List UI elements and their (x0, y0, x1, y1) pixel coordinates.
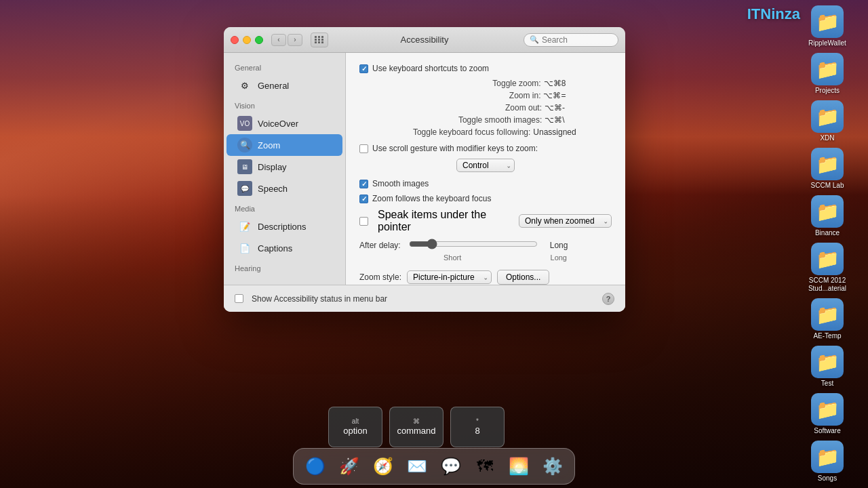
dock-item-system-prefs[interactable]: ⚙️ (538, 451, 568, 481)
zoom-style-row: Zoom style: Picture-in-picture Fullscree… (359, 270, 612, 285)
dock-item-launchpad[interactable]: 🚀 (334, 451, 364, 481)
desktop-icons: 📁 RippleWallet 📁 Projects 📁 XDN 📁 SCCM L… (800, 0, 854, 461)
projects-icon: 📁 (811, 53, 844, 85)
shortcut-toggle-zoom-value: ⌥⌘8 (544, 79, 566, 88)
test-icon: 📁 (811, 346, 844, 378)
sidebar-item-descriptions[interactable]: 📝 Descriptions (226, 216, 342, 237)
forward-button[interactable]: › (288, 34, 302, 46)
ripple-wallet-icon: 📁 (811, 5, 844, 38)
dock-item-mail[interactable]: ✉️ (402, 451, 432, 481)
help-button[interactable]: ? (602, 293, 614, 305)
speak-items-checkbox[interactable] (359, 217, 368, 226)
sidebar-item-general[interactable]: ⚙ General (226, 75, 342, 96)
sidebar-item-voiceover-label: VoiceOver (258, 119, 298, 129)
sidebar-item-zoom[interactable]: 🔍 Zoom (226, 134, 342, 156)
desktop-icon-test[interactable]: 📁 Test (800, 346, 854, 388)
search-input[interactable] (542, 35, 612, 45)
section-label-vision: Vision (224, 96, 345, 113)
content-area: Use keyboard shortcuts to zoom Toggle zo… (346, 53, 625, 312)
smooth-images-row: Smooth images (359, 179, 612, 188)
logo-ninja: Ninza (760, 5, 800, 22)
shortcut-toggle-zoom: Toggle zoom: ⌥⌘8 (359, 79, 612, 88)
speak-items-row: Speak items under the pointer Only when … (359, 209, 612, 233)
shortcut-zoom-out-label: Zoom out: (406, 103, 542, 113)
sidebar-item-general-label: General (258, 81, 289, 91)
scroll-modifier-select[interactable]: Control Option Command (456, 159, 515, 172)
back-button[interactable]: ‹ (271, 34, 286, 46)
speak-items-when-select[interactable]: Only when zoomed Always Never (519, 214, 612, 228)
minimize-button[interactable] (243, 36, 251, 44)
maximize-button[interactable] (255, 36, 263, 44)
keyboard-shortcuts-checkbox[interactable] (359, 64, 368, 73)
zoom-style-dropdown-wrapper: Picture-in-picture Fullscreen (407, 270, 492, 284)
shortcut-keyboard-focus-value: Unassigned (533, 127, 576, 137)
nav-buttons: ‹ › (271, 34, 302, 46)
songs-label: Songs (818, 474, 837, 483)
desktop-icon-sccm-2012[interactable]: 📁 SCCM 2012 Stud...aterial (800, 243, 854, 293)
desktop-icon-software[interactable]: 📁 Software (800, 393, 854, 435)
eight-key: * 8 (450, 407, 505, 447)
shortcut-smooth-images-label: Toggle smooth images: (406, 115, 542, 125)
scroll-modifier-dropdown-wrapper: Control Option Command (456, 159, 515, 172)
section-label-media: Media (224, 199, 345, 216)
command-key-bottom: command (397, 426, 435, 437)
dock-item-safari[interactable]: 🧭 (368, 451, 398, 481)
window-footer: Show Accessibility status in menu bar ? (224, 285, 625, 312)
desktop-icon-binance[interactable]: 📁 Binance (800, 195, 854, 237)
sidebar-item-display-label: Display (258, 162, 287, 172)
window-body: General ⚙ General Vision VO VoiceOver 🔍 … (224, 53, 625, 312)
after-delay-slider[interactable] (409, 239, 538, 249)
sidebar: General ⚙ General Vision VO VoiceOver 🔍 … (224, 53, 346, 312)
keyboard-shortcuts-row: Use keyboard shortcuts to zoom (359, 64, 612, 73)
slider-long-label: Long (551, 253, 567, 262)
songs-icon: 📁 (811, 441, 844, 473)
accessibility-window: ‹ › Accessibility 🔍 (224, 27, 625, 312)
desktop-icon-sccm-lab[interactable]: 📁 SCCM Lab (800, 148, 854, 190)
sidebar-item-voiceover[interactable]: VO VoiceOver (226, 113, 342, 134)
show-status-checkbox[interactable] (235, 294, 243, 303)
after-delay-row: After delay: Long (359, 239, 612, 252)
options-button[interactable]: Options... (497, 270, 549, 285)
sidebar-item-captions[interactable]: 📄 Captions (226, 237, 342, 259)
search-icon: 🔍 (530, 35, 539, 44)
smooth-images-checkbox[interactable] (359, 180, 368, 188)
scroll-gesture-checkbox[interactable] (359, 144, 368, 153)
desktop-icon-ae-temp[interactable]: 📁 AE-Temp (800, 298, 854, 340)
dock-item-photos[interactable]: 🌅 (504, 451, 534, 481)
software-icon: 📁 (811, 393, 844, 426)
ae-temp-icon: 📁 (811, 298, 844, 331)
test-label: Test (821, 380, 833, 388)
zoom-style-select[interactable]: Picture-in-picture Fullscreen (407, 270, 492, 284)
alt-key-top: alt (352, 417, 359, 426)
show-status-label: Show Accessibility status in menu bar (252, 294, 387, 304)
scroll-gesture-label: Use scroll gesture with modifier keys to… (372, 144, 538, 153)
grid-button[interactable] (311, 33, 328, 47)
sidebar-item-speech[interactable]: 💬 Speech (226, 178, 342, 199)
keyboard-focus-checkbox[interactable] (359, 195, 368, 203)
after-delay-label: After delay: (359, 241, 401, 250)
desktop-icon-projects[interactable]: 📁 Projects (800, 53, 854, 95)
traffic-lights (231, 36, 263, 44)
show-status-row: Show Accessibility status in menu bar (235, 294, 387, 304)
close-button[interactable] (231, 36, 239, 44)
voiceover-icon: VO (237, 116, 252, 131)
dock-item-finder[interactable]: 🔵 (300, 451, 330, 481)
captions-icon: 📄 (237, 241, 252, 256)
section-label-general: General (224, 58, 345, 75)
sccm-2012-icon: 📁 (811, 243, 844, 275)
search-box[interactable]: 🔍 (524, 33, 618, 47)
speech-icon: 💬 (237, 181, 252, 196)
shortcut-keyboard-focus-label: Toggle keyboard focus following: (395, 127, 530, 137)
sidebar-item-zoom-label: Zoom (258, 140, 280, 150)
key-overlay: alt option ⌘ command * 8 (328, 407, 505, 447)
keyboard-shortcuts-label: Use keyboard shortcuts to zoom (372, 64, 489, 73)
dock-item-messages[interactable]: 💬 (436, 451, 466, 481)
desktop-icon-xdn[interactable]: 📁 XDN (800, 100, 854, 142)
software-label: Software (814, 427, 840, 435)
desktop-icon-songs[interactable]: 📁 Songs (800, 441, 854, 483)
sidebar-item-descriptions-label: Descriptions (258, 222, 307, 232)
desktop-icon-ripple-wallet[interactable]: 📁 RippleWallet (800, 5, 854, 47)
speak-items-when-dropdown-wrapper: Only when zoomed Always Never (519, 214, 612, 228)
sidebar-item-display[interactable]: 🖥 Display (226, 156, 342, 178)
dock-item-maps[interactable]: 🗺 (470, 451, 500, 481)
